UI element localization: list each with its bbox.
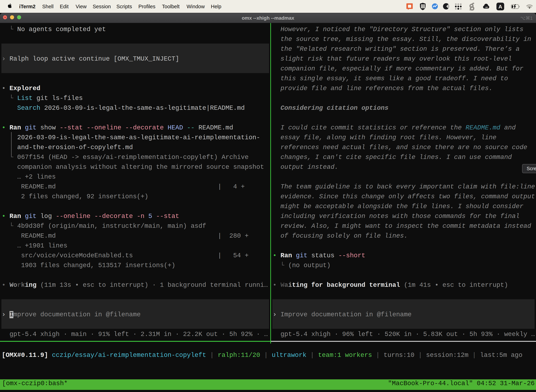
svg-text:A: A [498, 4, 502, 9]
svg-text:..61: ..61 [484, 6, 488, 9]
